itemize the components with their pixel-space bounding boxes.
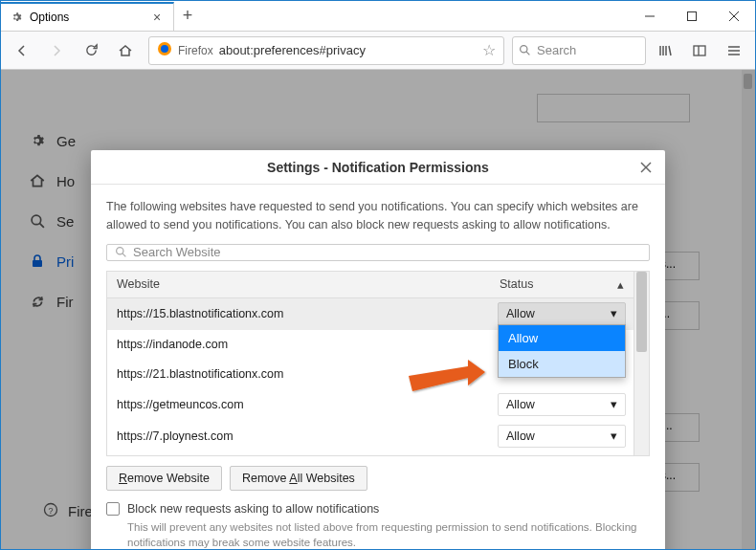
status-dropdown: Allow Block	[498, 324, 626, 378]
permissions-table: Website Status ▴ https://15.blastnotific…	[106, 271, 650, 456]
chevron-down-icon: ▾	[611, 397, 617, 411]
search-placeholder: Search Website	[133, 245, 221, 259]
firefox-label: Firefox	[178, 44, 213, 57]
remove-all-websites-button[interactable]: Remove All Websites	[230, 466, 367, 491]
home-button[interactable]	[110, 35, 141, 66]
firefox-window: Options × + Firefox about:preferences#pr…	[0, 0, 756, 550]
sidebar-button[interactable]	[684, 35, 715, 66]
svg-point-20	[117, 248, 123, 254]
status-value: Allow	[506, 307, 535, 320]
svg-line-7	[526, 52, 529, 55]
sort-arrow-icon: ▴	[617, 277, 624, 292]
dialog-close-button[interactable]	[636, 158, 656, 177]
table-scrollbar[interactable]	[634, 272, 649, 455]
table-row[interactable]: https://15.blastnotificationx.com Allow …	[107, 298, 634, 330]
reload-button[interactable]	[76, 35, 106, 66]
page-content: Ge Ho Se Pri Fir ? Fire	[1, 70, 755, 549]
minimize-button[interactable]	[629, 2, 671, 31]
dialog-header: Settings - Notification Permissions	[91, 150, 665, 185]
svg-point-5	[161, 45, 168, 53]
status-selector[interactable]: Allow ▾	[498, 425, 626, 448]
block-requests-checkbox-row: Block new requests asking to allow notif…	[106, 502, 650, 516]
bookmark-star-icon[interactable]: ☆	[482, 41, 496, 59]
notification-permissions-dialog: Settings - Notification Permissions The …	[91, 150, 665, 549]
back-button[interactable]	[7, 35, 37, 66]
dialog-description: The following websites have requested to…	[106, 198, 650, 234]
gear-icon	[9, 10, 24, 25]
search-icon	[519, 44, 531, 56]
table-header: Website Status ▴	[107, 272, 634, 298]
dropdown-option-block[interactable]: Block	[499, 351, 625, 377]
table-row[interactable]: https://7.ploynest.com Allow ▾	[107, 421, 634, 452]
firefox-logo-icon	[157, 41, 172, 60]
chevron-down-icon: ▾	[611, 306, 617, 320]
status-selector[interactable]: Allow ▾	[498, 302, 626, 325]
status-value: Allow	[506, 429, 535, 443]
address-bar[interactable]: Firefox about:preferences#privacy ☆	[148, 36, 504, 65]
menu-button[interactable]	[719, 35, 749, 66]
website-cell: https://7.ploynest.com	[107, 422, 490, 451]
remove-website-button[interactable]: Remove Website	[106, 466, 222, 491]
search-placeholder: Search	[537, 43, 576, 57]
new-tab-button[interactable]: +	[174, 6, 201, 26]
svg-point-6	[521, 46, 527, 53]
block-requests-description: This will prevent any websites not liste…	[127, 519, 650, 549]
chevron-down-icon: ▾	[611, 429, 617, 443]
title-bar: Options × +	[1, 1, 755, 32]
website-cell: https://21.blastnotificationx.com	[107, 360, 490, 388]
svg-line-21	[122, 253, 125, 256]
svg-rect-8	[694, 46, 705, 55]
maximize-button[interactable]	[671, 2, 713, 31]
close-window-button[interactable]	[713, 2, 755, 31]
remove-buttons-row: Remove Website Remove All Websites	[106, 466, 650, 491]
browser-tab[interactable]: Options ×	[1, 2, 174, 31]
url-text: about:preferences#privacy	[219, 43, 477, 57]
table-row[interactable]: https://getmeuncos.com Allow ▾	[107, 389, 634, 421]
browser-toolbar: Firefox about:preferences#privacy ☆ Sear…	[1, 32, 755, 70]
tab-title: Options	[30, 11, 145, 24]
website-cell: https://getmeuncos.com	[107, 390, 490, 419]
window-controls	[629, 2, 755, 31]
website-cell: https://indanode.com	[107, 330, 490, 359]
column-status-label: Status	[500, 277, 533, 291]
library-button[interactable]	[650, 35, 680, 66]
column-status[interactable]: Status ▴	[490, 272, 634, 297]
website-cell: https://15.blastnotificationx.com	[107, 299, 490, 328]
block-requests-checkbox[interactable]	[106, 502, 120, 516]
search-box[interactable]: Search	[512, 36, 646, 65]
dialog-title: Settings - Notification Permissions	[267, 160, 489, 175]
close-tab-icon[interactable]: ×	[150, 11, 164, 24]
block-requests-label: Block new requests asking to allow notif…	[127, 502, 379, 516]
svg-rect-1	[688, 11, 697, 20]
status-value: Allow	[506, 398, 535, 411]
search-icon	[115, 246, 127, 258]
dropdown-option-allow[interactable]: Allow	[499, 325, 625, 351]
forward-button[interactable]	[41, 35, 72, 66]
status-selector[interactable]: Allow ▾	[498, 393, 626, 416]
dialog-body: The following websites have requested to…	[91, 185, 665, 549]
search-website-input[interactable]: Search Website	[106, 244, 650, 261]
column-website[interactable]: Website	[107, 272, 490, 297]
